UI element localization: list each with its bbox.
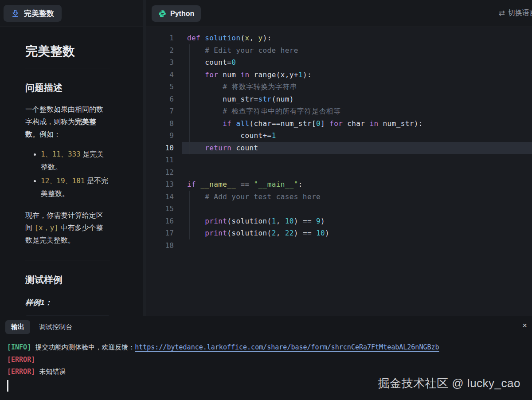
log-level-badge: [INFO] — [7, 343, 31, 351]
example-list: 1、11、333 是完美整数。12、19、101 是不完美整数。 — [41, 148, 110, 200]
line-number: 6 — [146, 93, 174, 106]
line-number: 2 — [146, 44, 174, 57]
line-number: 7 — [146, 105, 174, 118]
code-line-6[interactable]: 6 num_str=str(num) — [146, 93, 532, 106]
code-text: # 将数字转换为字符串 — [187, 81, 297, 93]
tab-python[interactable]: Python — [152, 5, 201, 22]
line-number: 10 — [146, 142, 174, 154]
line-number: 4 — [146, 69, 174, 81]
line-number: 15 — [146, 203, 174, 215]
code-text: for num in range(x,y+1): — [187, 69, 312, 81]
sample1-label: 样例1： — [25, 298, 110, 308]
line-number: 14 — [146, 191, 174, 203]
line-number: 3 — [146, 56, 174, 69]
code-line-5[interactable]: 5 # 将数字转换为字符串 — [146, 81, 532, 93]
line-number: 8 — [146, 118, 174, 130]
output-console-panel: 输出 调试控制台 × [INFO] 提交功能内测体验中，欢迎反馈：https:/… — [0, 316, 532, 400]
code-line-15[interactable]: 15 — [146, 203, 532, 215]
problem-description-heading: 问题描述 — [25, 82, 110, 94]
line-number: 12 — [146, 166, 174, 179]
line-number: 11 — [146, 154, 174, 166]
line-number: 16 — [146, 215, 174, 227]
code-text: num_str=str(num) — [187, 93, 294, 106]
switch-language-button[interactable]: ⇄ 切换语言 — [499, 8, 532, 18]
section-divider — [25, 260, 110, 260]
code-text: # 检查字符串中的所有字符是否相等 — [187, 105, 340, 118]
code-text: print(solution(2, 22) == 10) — [187, 227, 329, 239]
line-number: 18 — [146, 239, 174, 252]
example-list-item: 1、11、333 是完美整数。 — [41, 148, 110, 173]
indent-guide — [189, 44, 190, 154]
line-number: 9 — [146, 129, 174, 142]
code-text: return count — [187, 142, 258, 154]
code-line-9[interactable]: 9 count+=1 — [146, 129, 532, 142]
code-lines: 1def solution(x, y):2 # Edit your code h… — [146, 27, 532, 251]
code-line-7[interactable]: 7 # 检查字符串中的所有字符是否相等 — [146, 105, 532, 118]
test-samples-heading: 测试样例 — [25, 274, 110, 286]
line-number: 5 — [146, 81, 174, 93]
line-number: 13 — [146, 178, 174, 191]
code-text: print(solution(1, 10) == 9) — [187, 215, 325, 227]
console-line: [INFO] 提交功能内测体验中，欢迎反馈：https://bytedance.… — [7, 341, 524, 354]
log-text: 未知错误 — [35, 368, 66, 376]
code-text: count+=1 — [187, 129, 276, 142]
code-text: count=0 — [187, 56, 236, 69]
code-text: # Edit your code here — [187, 44, 298, 57]
console-line: [ERROR] — [7, 354, 524, 366]
problem-title-button[interactable]: 完美整数 — [4, 5, 62, 22]
problem-intro-paragraph: 一个整数如果由相同的数字构成，则称为完美整数。例如： — [25, 103, 110, 141]
code-line-18[interactable]: 18 — [146, 239, 532, 252]
close-icon[interactable]: × — [522, 321, 527, 329]
problem-title-label: 完美整数 — [24, 8, 54, 19]
code-text: def solution(x, y): — [187, 32, 272, 44]
code-line-3[interactable]: 3 count=0 — [146, 56, 532, 69]
tab-debug-console[interactable]: 调试控制台 — [39, 323, 72, 331]
code-line-8[interactable]: 8 if all(char==num_str[0] for char in nu… — [146, 118, 532, 130]
code-line-16[interactable]: 16 print(solution(1, 10) == 9) — [146, 215, 532, 227]
tab-output[interactable]: 输出 — [5, 320, 30, 334]
python-icon — [158, 10, 166, 18]
indent-guide — [189, 191, 190, 239]
problem-task-paragraph: 现在，你需要计算给定区间 [x，y] 中有多少个整数是完美整数。 — [25, 209, 110, 247]
code-line-11[interactable]: 11 — [146, 154, 532, 166]
panel-divider[interactable] — [143, 0, 146, 316]
code-text: if all(char==num_str[0] for char in num_… — [187, 118, 423, 130]
code-line-17[interactable]: 17 print(solution(2, 22) == 10) — [146, 227, 532, 239]
editor-header: Python ⇄ 切换语言 — [146, 0, 532, 27]
code-text: if __name__ == "__main__": — [187, 178, 303, 191]
feedback-link[interactable]: https://bytedance.larkoffice.com/share/b… — [135, 343, 439, 351]
code-line-14[interactable]: 14 # Add your test cases here — [146, 191, 532, 203]
line-number: 1 — [146, 32, 174, 44]
log-text: 提交功能内测体验中，欢迎反馈： — [31, 343, 135, 351]
terminal-cursor — [7, 380, 8, 392]
code-line-4[interactable]: 4 for num in range(x,y+1): — [146, 69, 532, 81]
code-line-12[interactable]: 12 — [146, 166, 532, 179]
code-line-13[interactable]: 13if __name__ == "__main__": — [146, 178, 532, 191]
python-tab-label: Python — [170, 10, 194, 18]
switch-language-label: 切换语言 — [508, 8, 532, 18]
log-level-badge: [ERROR] — [7, 356, 35, 364]
console-tab-bar: 输出 调试控制台 × — [0, 316, 532, 337]
code-line-2[interactable]: 2 # Edit your code here — [146, 44, 532, 57]
line-number: 17 — [146, 227, 174, 239]
code-editor[interactable]: 1def solution(x, y):2 # Edit your code h… — [146, 27, 532, 316]
problem-page-title: 完美整数 — [25, 43, 110, 68]
example-list-item: 12、19、101 是不完美整数。 — [41, 174, 110, 200]
code-line-10[interactable]: 10 return count — [146, 142, 532, 154]
code-line-1[interactable]: 1def solution(x, y): — [146, 32, 532, 44]
swap-arrows-icon: ⇄ — [499, 8, 505, 18]
download-arrow-icon — [11, 9, 20, 18]
sidebar-header: 完美整数 — [0, 0, 143, 27]
problem-panel: 完美整数 问题描述 一个整数如果由相同的数字构成，则称为完美整数。例如： 1、1… — [0, 27, 143, 316]
log-level-badge: [ERROR] — [7, 368, 35, 376]
code-text: # Add your test cases here — [187, 191, 321, 203]
watermark-text: 掘金技术社区 @ lucky_cao — [378, 376, 520, 391]
